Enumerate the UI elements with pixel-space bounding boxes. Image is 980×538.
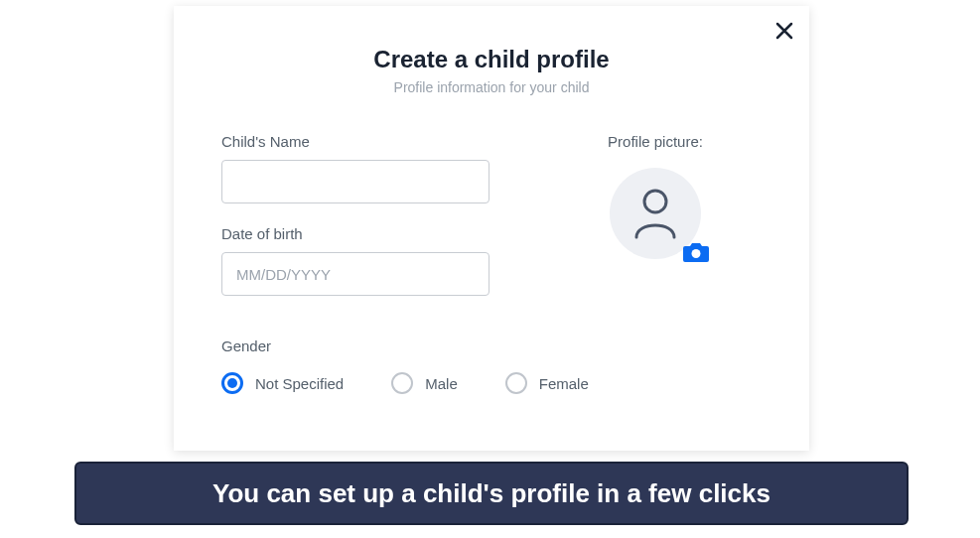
radio-indicator bbox=[221, 372, 243, 394]
child-name-input[interactable] bbox=[221, 160, 490, 203]
svg-point-1 bbox=[692, 249, 701, 258]
gender-radio-group: Not Specified Male Female bbox=[221, 372, 762, 394]
upload-photo-button[interactable] bbox=[682, 240, 710, 264]
avatar-container bbox=[610, 168, 701, 259]
radio-label: Not Specified bbox=[255, 375, 344, 392]
radio-indicator bbox=[505, 372, 527, 394]
caption-bar: You can set up a child's profile in a fe… bbox=[74, 462, 909, 525]
gender-radio-male[interactable]: Male bbox=[391, 372, 458, 394]
dob-input[interactable] bbox=[221, 252, 490, 296]
svg-point-0 bbox=[644, 191, 666, 212]
camera-icon bbox=[682, 240, 710, 264]
modal-subtitle: Profile information for your child bbox=[221, 79, 762, 95]
gender-label: Gender bbox=[221, 337, 762, 354]
dob-label: Date of birth bbox=[221, 225, 490, 242]
person-icon bbox=[632, 188, 678, 239]
form-right-column: Profile picture: bbox=[549, 133, 762, 318]
form-body: Child's Name Date of birth Profile pictu… bbox=[221, 133, 762, 318]
radio-indicator bbox=[391, 372, 413, 394]
close-icon bbox=[775, 22, 793, 40]
child-name-label: Child's Name bbox=[221, 133, 490, 150]
create-child-profile-modal: Create a child profile Profile informati… bbox=[174, 6, 809, 451]
gender-radio-female[interactable]: Female bbox=[505, 372, 589, 394]
caption-text: You can set up a child's profile in a fe… bbox=[212, 478, 770, 509]
radio-label: Male bbox=[425, 375, 458, 392]
gender-radio-not-specified[interactable]: Not Specified bbox=[221, 372, 344, 394]
gender-section: Gender Not Specified Male Female bbox=[221, 337, 762, 394]
profile-picture-label: Profile picture: bbox=[549, 133, 762, 150]
radio-label: Female bbox=[539, 375, 589, 392]
modal-title: Create a child profile bbox=[221, 46, 762, 73]
close-button[interactable] bbox=[775, 22, 793, 44]
form-left-column: Child's Name Date of birth bbox=[221, 133, 490, 318]
